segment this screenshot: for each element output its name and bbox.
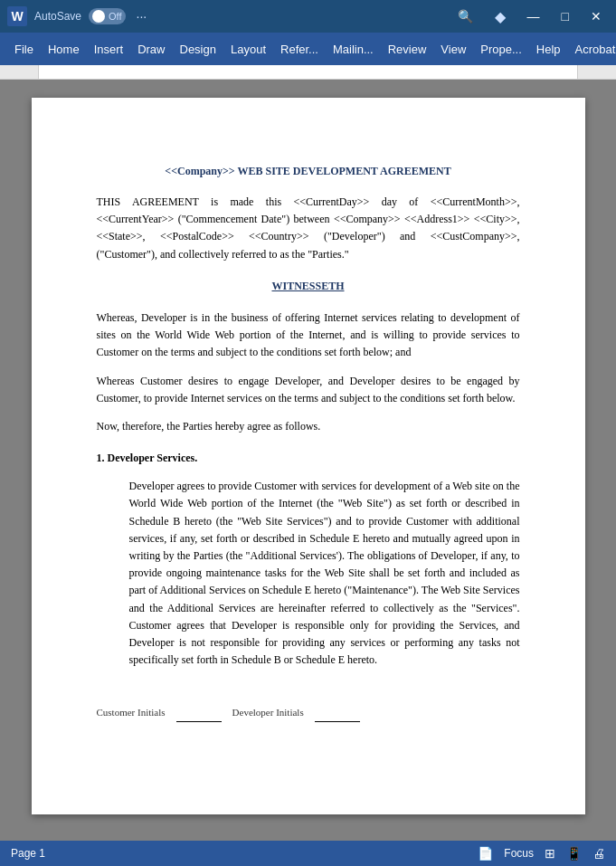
paragraph-whereas1: Whereas, Developer is in the business of… bbox=[97, 309, 520, 362]
word-icon: W bbox=[7, 6, 27, 26]
document-body: THIS AGREEMENT is made this <<CurrentDay… bbox=[97, 194, 520, 722]
maximize-button[interactable]: □ bbox=[554, 5, 576, 27]
autosave-toggle[interactable]: Off bbox=[89, 8, 125, 24]
menu-help[interactable]: Help bbox=[529, 39, 568, 60]
status-bar-right: 📄 Focus ⊞ 📱 🖨 bbox=[478, 846, 605, 861]
title-bar: W AutoSave Off ··· 🔍 ◆ — □ ✕ bbox=[0, 0, 616, 33]
focus-label[interactable]: Focus bbox=[504, 847, 534, 860]
menu-insert[interactable]: Insert bbox=[87, 39, 131, 60]
word-count-icon[interactable]: 📄 bbox=[478, 846, 493, 861]
menu-design[interactable]: Design bbox=[173, 39, 223, 60]
content-area[interactable]: <<Company>> WEB SITE DEVELOPMENT AGREEME… bbox=[0, 80, 616, 841]
menu-file[interactable]: File bbox=[7, 39, 41, 60]
document-title: <<Company>> WEB SITE DEVELOPMENT AGREEME… bbox=[97, 163, 520, 179]
menu-bar: File Home Insert Draw Design Layout Refe… bbox=[0, 33, 616, 65]
developer-initials-underline bbox=[315, 705, 360, 722]
menu-references[interactable]: Refer... bbox=[273, 39, 326, 60]
diamond-icon[interactable]: ◆ bbox=[488, 5, 513, 29]
menu-draw[interactable]: Draw bbox=[130, 39, 172, 60]
close-button[interactable]: ✕ bbox=[583, 5, 609, 27]
ruler bbox=[0, 65, 616, 80]
search-icon[interactable]: 🔍 bbox=[450, 5, 480, 27]
ruler-inner bbox=[38, 65, 578, 79]
paragraph-whereas2: Whereas Customer desires to engage Devel… bbox=[97, 373, 520, 407]
toggle-state: Off bbox=[109, 11, 121, 22]
paragraph-now-therefore: Now, therefore, the Parties hereby agree… bbox=[97, 418, 520, 435]
layout-icon[interactable]: ⊞ bbox=[545, 846, 555, 861]
section1-body: Developer agrees to provide Customer wit… bbox=[129, 478, 520, 669]
customer-initials-label: Customer Initials bbox=[97, 705, 166, 722]
autosave-label: AutoSave bbox=[34, 10, 81, 23]
customer-initials-underline bbox=[176, 705, 222, 722]
menu-view[interactable]: View bbox=[433, 39, 473, 60]
title-bar-right: 🔍 ◆ — □ ✕ bbox=[450, 5, 609, 29]
menu-mailings[interactable]: Mailin... bbox=[326, 39, 381, 60]
document-page: <<Company>> WEB SITE DEVELOPMENT AGREEME… bbox=[32, 98, 585, 814]
initials-line: Customer Initials Developer Initials bbox=[97, 705, 520, 722]
menu-home[interactable]: Home bbox=[41, 39, 87, 60]
toggle-knob bbox=[92, 10, 105, 23]
developer-initials-label: Developer Initials bbox=[232, 705, 304, 722]
page-info: Page 1 bbox=[11, 847, 45, 860]
view-icon[interactable]: 📱 bbox=[566, 846, 582, 861]
print-icon[interactable]: 🖨 bbox=[592, 846, 605, 861]
menu-layout[interactable]: Layout bbox=[223, 39, 273, 60]
menu-properties[interactable]: Prope... bbox=[473, 39, 529, 60]
menu-acrobat[interactable]: Acrobat bbox=[568, 39, 616, 60]
more-options-btn[interactable]: ··· bbox=[133, 9, 151, 24]
minimize-button[interactable]: — bbox=[520, 5, 547, 27]
status-bar: Page 1 📄 Focus ⊞ 📱 🖨 bbox=[0, 841, 616, 866]
paragraph-agreement: THIS AGREEMENT is made this <<CurrentDay… bbox=[97, 194, 520, 263]
section1-header: 1. Developer Services. bbox=[97, 450, 520, 467]
title-bar-left: W AutoSave Off ··· bbox=[7, 6, 229, 26]
witnesseth-heading: WITNESSETH bbox=[97, 278, 520, 295]
menu-review[interactable]: Review bbox=[381, 39, 434, 60]
